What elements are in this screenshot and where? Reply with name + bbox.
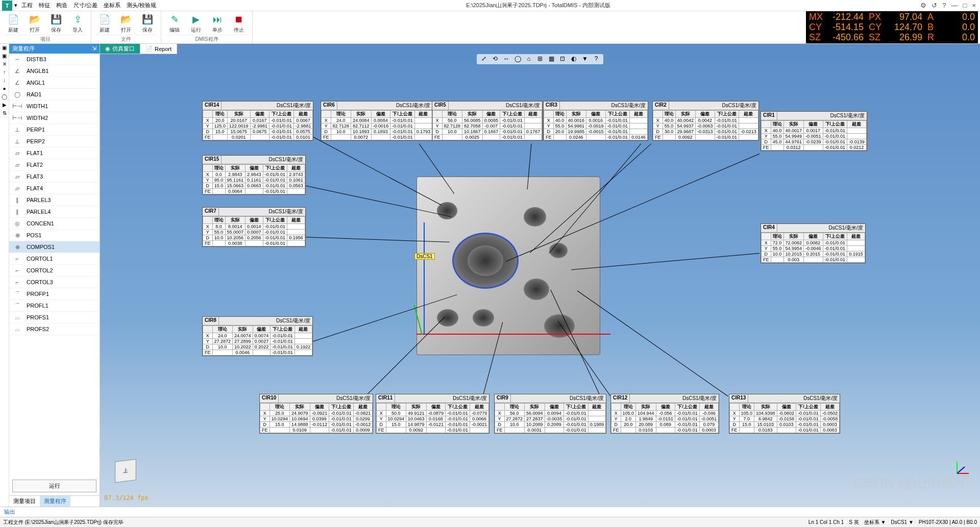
output-tab[interactable]: 输出: [0, 507, 980, 517]
gutter-icon[interactable]: ◯: [2, 94, 8, 100]
feature-WIDTH2[interactable]: ⊢⊣WIDTH2: [9, 112, 100, 124]
callout-CIR2[interactable]: CIR2DsCS1/毫米/度理论实际偏差下/上公差超差X40.040.00420…: [652, 101, 759, 141]
nav-cube-face[interactable]: 上: [115, 459, 136, 483]
vp-tool-icon[interactable]: ⟲: [491, 55, 499, 63]
gutter-icon[interactable]: ▣: [2, 45, 8, 51]
feature-PROFP1[interactable]: ⌒PROFP1: [9, 288, 100, 300]
feature-CORTOL2[interactable]: ⌐CORTOL2: [9, 265, 100, 277]
feature-FLAT1[interactable]: ▱FLAT1: [9, 147, 100, 159]
run-button[interactable]: 运行: [12, 480, 96, 492]
status-item[interactable]: S 英: [849, 519, 859, 526]
callout-CIR14[interactable]: CIR14DsCS1/毫米/度理论实际偏差下/上公差超差X20.020.0167…: [202, 101, 313, 141]
callout-CIR1[interactable]: CIR1DsCS1/毫米/度理论实际偏差下/上公差超差X40.040.00170…: [761, 111, 867, 151]
vp-tool-icon[interactable]: ◐: [570, 55, 578, 63]
ribbon-保存[interactable]: 💾保存: [138, 12, 157, 35]
gutter-icon[interactable]: ▣: [2, 53, 8, 59]
feat-tab-测量程序[interactable]: 测量程序: [40, 496, 70, 507]
feature-FLAT3[interactable]: ▱FLAT3: [9, 171, 100, 183]
ribbon-停止[interactable]: ⏹停止: [230, 12, 248, 35]
vp-tool-icon[interactable]: ⊡: [558, 55, 567, 63]
feature-CORTOL3[interactable]: ⌐CORTOL3: [9, 277, 100, 288]
vp-tool-icon[interactable]: ⊞: [536, 55, 544, 63]
feat-tab-测量项目[interactable]: 测量项目: [9, 496, 40, 507]
menu-特征[interactable]: 特征: [39, 2, 50, 9]
title-ctrl-icon[interactable]: □: [963, 2, 967, 9]
ribbon-打开[interactable]: 📂打开: [26, 12, 44, 35]
title-ctrl-icon[interactable]: ?: [942, 2, 946, 9]
menu-工程[interactable]: 工程: [21, 2, 33, 9]
feature-PARLEL3[interactable]: ∥PARLEL3: [9, 194, 100, 206]
menu-构造[interactable]: 构造: [56, 2, 67, 9]
status-item[interactable]: Ln 1 Col 1 Ch 1: [808, 519, 844, 525]
vp-tool-icon[interactable]: ⤢: [480, 55, 488, 63]
title-ctrl-icon[interactable]: ×: [972, 2, 976, 9]
vp-tab-仿真窗口[interactable]: ◉仿真窗口: [100, 44, 140, 54]
callout-CIR5[interactable]: CIR5DsCS1/毫米/度理论实际偏差下/上公差超差X56.056.00850…: [432, 101, 543, 141]
vp-tool-icon[interactable]: ▼: [581, 55, 589, 63]
feature-PERP1[interactable]: ⊥PERP1: [9, 124, 100, 136]
ribbon-编辑[interactable]: ✎编辑: [165, 12, 184, 35]
gutter-icon[interactable]: ↑: [2, 69, 8, 76]
callout-CIR8[interactable]: CIR8DsCS1/毫米/度理论实际偏差下/上公差超差X24.024.00740…: [202, 316, 313, 356]
feature-label: PROFP1: [27, 291, 49, 297]
feature-RAD1[interactable]: ◯RAD1: [9, 89, 100, 101]
ribbon-单步[interactable]: ⏭单步: [208, 12, 227, 35]
ribbon-group-label: 项目: [4, 35, 87, 43]
viewport-3d[interactable]: ◉仿真窗口📄Report ⤢⟲↔◯⌂⊞▦⊡◐▼? DsCS1 CIR14DsCS…: [100, 44, 980, 507]
callout-CIR10[interactable]: CIR10DsCS1/毫米/度理论实际偏差下/上公差超差X25.024.9079…: [259, 394, 373, 434]
ribbon-新建[interactable]: 📄新建: [4, 12, 22, 35]
dro-cell: SZ: [869, 33, 881, 43]
feature-PROFL1[interactable]: ⌒PROFL1: [9, 300, 100, 312]
vp-tool-icon[interactable]: ▦: [547, 55, 555, 63]
feature-FLAT4[interactable]: ▱FLAT4: [9, 183, 100, 194]
gutter-icon[interactable]: ↓: [2, 78, 8, 84]
feature-PERP2[interactable]: ⊥PERP2: [9, 136, 100, 147]
vp-tab-Report[interactable]: 📄Report: [140, 44, 177, 54]
ribbon-保存[interactable]: 💾保存: [47, 12, 65, 35]
panel-pin-icon[interactable]: ⇲: [92, 45, 96, 53]
feature-PROFS2[interactable]: ⌓PROFS2: [9, 323, 100, 335]
feature-PROFS1[interactable]: ⌓PROFS1: [9, 312, 100, 323]
feature-CONCEN1[interactable]: ◎CONCEN1: [9, 218, 100, 230]
feature-FLAT2[interactable]: ▱FLAT2: [9, 159, 100, 171]
gutter-icon[interactable]: ✕: [2, 61, 8, 67]
callout-CIR11[interactable]: CIR11DsCS1/毫米/度理论实际偏差下/上公差超差X50.049.9121…: [376, 394, 489, 434]
callout-CIR7[interactable]: CIR7DsCS1/毫米/度理论实际偏差下/上公差超差X8.08.00140.0…: [202, 207, 306, 247]
gutter-icon[interactable]: ▶: [2, 102, 8, 108]
title-ctrl-icon[interactable]: ↺: [932, 2, 937, 9]
status-item[interactable]: PH10T-2X30 | A0.0 | B0.0: [919, 519, 977, 525]
callout-CIR15[interactable]: CIR15DsCS1/毫米/度理论实际偏差下/上公差超差X0.02.98432.…: [202, 155, 306, 195]
feature-CORTOL1[interactable]: ⌐CORTOL1: [9, 253, 100, 265]
vp-tool-icon[interactable]: ↔: [502, 55, 510, 63]
callout-CIR4[interactable]: CIR4DsCS1/毫米/度理论实际偏差下/上公差超差X72.072.00820…: [761, 223, 866, 263]
feature-ANGLB1[interactable]: ∠ANGLB1: [9, 65, 100, 77]
vp-tool-icon[interactable]: ?: [592, 55, 600, 63]
feature-POS1[interactable]: ⊕POS1: [9, 230, 100, 241]
status-item[interactable]: DsCS1 ▼: [891, 519, 913, 525]
callout-CIR6[interactable]: CIR6DsCS1/毫米/度理论实际偏差下/上公差超差X24.024.00840…: [321, 101, 433, 141]
feature-DISTB3[interactable]: ↔DISTB3: [9, 54, 100, 65]
callout-CIR9[interactable]: CIR9DsCS1/毫米/度理论实际偏差下/上公差超差X56.056.00940…: [494, 394, 606, 434]
feature-COMPOS1[interactable]: ⊕COMPOS1: [9, 241, 100, 253]
menu-测头/校验规[interactable]: 测头/校验规: [127, 2, 156, 9]
title-ctrl-icon[interactable]: ⚙: [920, 2, 926, 9]
menu-尺寸/公差[interactable]: 尺寸/公差: [74, 2, 97, 9]
callout-CIR12[interactable]: CIR12DsCS1/毫米/度理论实际偏差下/上公差超差X105.0104.94…: [610, 394, 719, 434]
gutter-icon[interactable]: ●: [2, 86, 8, 92]
feature-PARLEL4[interactable]: ∥PARLEL4: [9, 206, 100, 218]
ribbon-运行[interactable]: ▶运行: [187, 12, 205, 35]
ribbon-导入[interactable]: ⇪导入: [68, 12, 87, 35]
status-item[interactable]: 坐标系 ▼: [864, 519, 886, 526]
vp-tool-icon[interactable]: ⌂: [525, 55, 533, 63]
callout-CIR3[interactable]: CIR3DsCS1/毫米/度理论实际偏差下/上公差超差X40.040.00160…: [543, 101, 648, 141]
ribbon-新建[interactable]: 📄新建: [95, 12, 114, 35]
title-ctrl-icon[interactable]: —: [951, 2, 958, 9]
feature-ANGL1[interactable]: ∠ANGL1: [9, 77, 100, 89]
nav-cube[interactable]: 上: [105, 450, 146, 491]
callout-CIR13[interactable]: CIR13DsCS1/毫米/度理论实际偏差下/上公差超差X105.0104.93…: [729, 394, 840, 434]
vp-tool-icon[interactable]: ◯: [513, 55, 522, 63]
ribbon-打开[interactable]: 📂打开: [117, 12, 135, 35]
menu-坐标系[interactable]: 坐标系: [104, 2, 120, 9]
gutter-icon[interactable]: ⇅: [2, 110, 8, 116]
feature-WIDTH1[interactable]: ⊢⊣WIDTH1: [9, 101, 100, 112]
